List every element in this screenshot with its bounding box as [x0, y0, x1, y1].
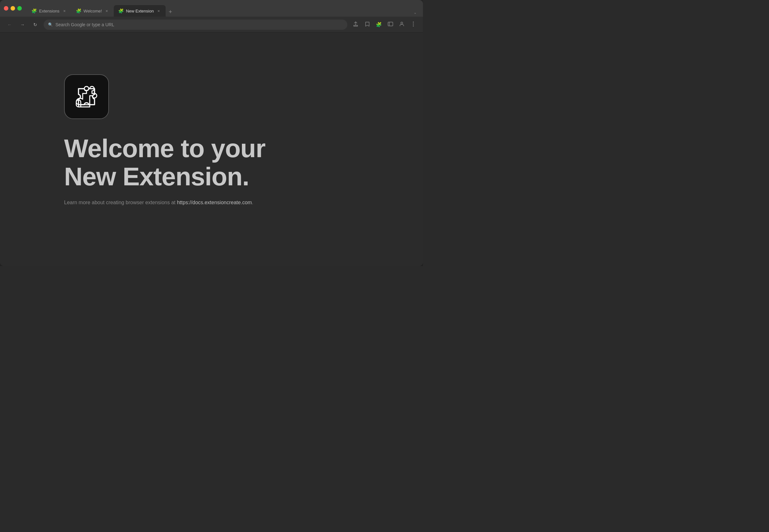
forward-icon: →	[20, 22, 25, 27]
welcome-tab-close[interactable]: ✕	[104, 8, 109, 13]
close-button[interactable]	[4, 6, 8, 11]
puzzle-icon	[72, 82, 101, 111]
welcome-tab-icon: 🧩	[76, 8, 81, 13]
profile-button[interactable]	[397, 20, 406, 29]
welcome-heading: Welcome to your New Extension.	[64, 134, 265, 191]
menu-button[interactable]	[409, 20, 418, 29]
address-bar[interactable]: 🔍 Search Google or type a URL	[44, 20, 347, 30]
address-bar-row: ← → ↻ 🔍 Search Google or type a URL	[0, 17, 423, 33]
address-bar-text: Search Google or type a URL	[55, 22, 343, 27]
tabs-bar: 🧩 Extensions ✕ 🧩 Welcome! ✕ 🧩 New Extens…	[27, 0, 419, 17]
bookmark-icon	[365, 21, 370, 28]
svg-point-2	[401, 22, 403, 24]
new-extension-tab-icon: 🧩	[118, 8, 124, 13]
sidebar-button[interactable]	[386, 20, 395, 29]
traffic-lights	[4, 6, 22, 11]
tab-extensions[interactable]: 🧩 Extensions ✕	[27, 5, 71, 17]
tab-overflow-button[interactable]: ⌄	[411, 8, 419, 17]
bookmark-button[interactable]	[363, 20, 372, 29]
back-button[interactable]: ←	[5, 20, 14, 29]
svg-point-5	[413, 26, 414, 27]
toolbar-actions: 🧩	[351, 20, 418, 29]
new-extension-tab-close[interactable]: ✕	[156, 8, 161, 13]
new-tab-button[interactable]: +	[166, 7, 175, 17]
new-tab-icon: +	[169, 9, 172, 15]
maximize-button[interactable]	[17, 6, 22, 11]
extensions-button[interactable]: 🧩	[374, 20, 383, 29]
extensions-toolbar-icon: 🧩	[376, 22, 382, 28]
svg-rect-0	[388, 22, 393, 26]
share-icon	[353, 21, 358, 28]
back-icon: ←	[7, 22, 12, 27]
heading-line2: New Extension.	[64, 162, 249, 191]
svg-point-4	[413, 24, 414, 25]
extensions-tab-icon: 🧩	[31, 8, 37, 13]
extensions-tab-label: Extensions	[39, 9, 60, 13]
page-content: Welcome to your New Extension. Learn mor…	[0, 33, 423, 266]
extension-app-icon	[64, 74, 109, 119]
share-button[interactable]	[351, 20, 360, 29]
overflow-icon: ⌄	[414, 11, 417, 15]
refresh-icon: ↻	[33, 22, 37, 27]
subtitle-end: .	[252, 200, 253, 205]
docs-url: https://docs.extensioncreate.com	[177, 200, 252, 205]
heading-line1: Welcome to your	[64, 134, 265, 163]
extensions-tab-close[interactable]: ✕	[62, 8, 67, 13]
browser-window: 🧩 Extensions ✕ 🧩 Welcome! ✕ 🧩 New Extens…	[0, 0, 423, 266]
refresh-button[interactable]: ↻	[31, 20, 40, 29]
search-icon: 🔍	[48, 22, 53, 27]
tab-new-extension[interactable]: 🧩 New Extension ✕	[114, 5, 166, 17]
svg-point-3	[413, 22, 414, 23]
minimize-button[interactable]	[11, 6, 15, 11]
menu-icon	[413, 21, 414, 28]
docs-link[interactable]: https://docs.extensioncreate.com	[177, 200, 252, 205]
sidebar-icon	[388, 22, 393, 27]
subtitle-text: Learn more about creating browser extens…	[64, 200, 254, 206]
tab-welcome[interactable]: 🧩 Welcome! ✕	[71, 5, 114, 17]
welcome-tab-label: Welcome!	[84, 9, 102, 13]
profile-icon	[399, 21, 404, 28]
new-extension-tab-label: New Extension	[126, 9, 154, 13]
forward-button[interactable]: →	[18, 20, 27, 29]
subtitle-static: Learn more about creating browser extens…	[64, 200, 177, 205]
title-bar: 🧩 Extensions ✕ 🧩 Welcome! ✕ 🧩 New Extens…	[0, 0, 423, 17]
